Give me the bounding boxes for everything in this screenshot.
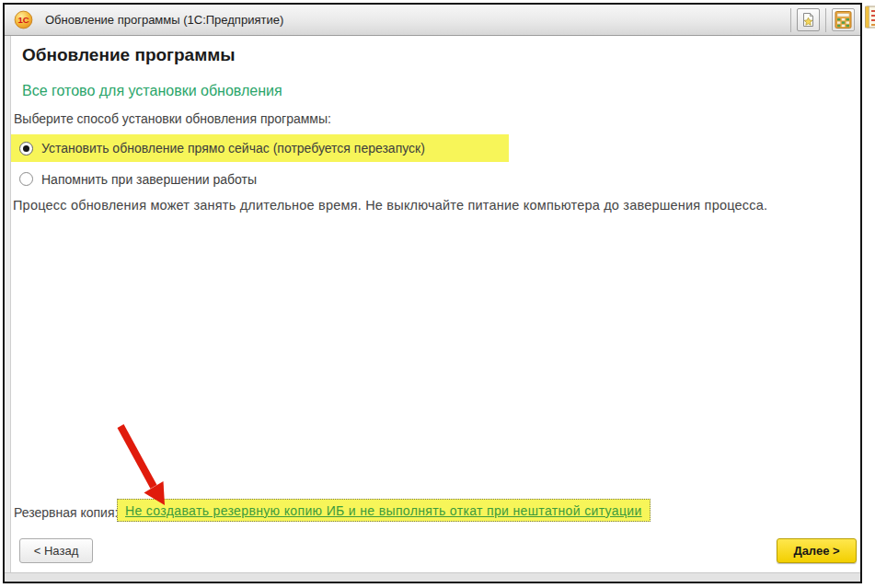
back-button[interactable]: < Назад <box>19 538 93 563</box>
choose-method-label: Выберите способ установки обновления про… <box>14 111 331 126</box>
option-install-now-label: Установить обновление прямо сейчас (потр… <box>41 141 425 156</box>
radio-unselected-icon[interactable] <box>19 172 33 186</box>
window-titlebar: 1С Обновление программы (1С:Предприятие) <box>5 5 860 36</box>
window-title: Обновление программы (1С:Предприятие) <box>45 13 785 27</box>
backup-link-box[interactable]: Не создавать резервную копию ИБ и не вып… <box>117 499 650 522</box>
option-remind-on-exit-label: Напомнить при завершении работы <box>41 172 257 187</box>
backup-copy-label: Резервная копия: <box>14 505 118 520</box>
update-wizard-window: 1С Обновление программы (1С:Предприятие) <box>3 3 862 583</box>
radio-selected-icon[interactable] <box>19 142 33 156</box>
window-bottom-strip <box>5 572 860 582</box>
screen: 1С Обновление программы (1С:Предприятие) <box>0 0 875 588</box>
option-install-now[interactable]: Установить обновление прямо сейчас (потр… <box>11 134 509 162</box>
page-title: Обновление программы <box>22 45 236 65</box>
wizard-content: Обновление программы Все готово для уста… <box>5 36 860 572</box>
svg-text:1С: 1С <box>17 15 29 25</box>
backup-link[interactable]: Не создавать резервную копию ИБ и не вып… <box>125 503 642 518</box>
titlebar-separator <box>825 8 826 32</box>
status-heading: Все готово для установки обновления <box>22 83 282 99</box>
titlebar-separator <box>790 8 791 32</box>
cropped-background-icon <box>865 6 875 29</box>
update-duration-warning: Процесс обновления может занять длительн… <box>13 198 767 213</box>
favorites-star-icon[interactable] <box>797 8 820 31</box>
1c-logo-icon: 1С <box>14 10 33 29</box>
calculator-icon[interactable] <box>832 8 855 31</box>
next-button[interactable]: Далее > <box>777 538 857 563</box>
option-remind-on-exit[interactable]: Напомнить при завершении работы <box>11 167 265 191</box>
